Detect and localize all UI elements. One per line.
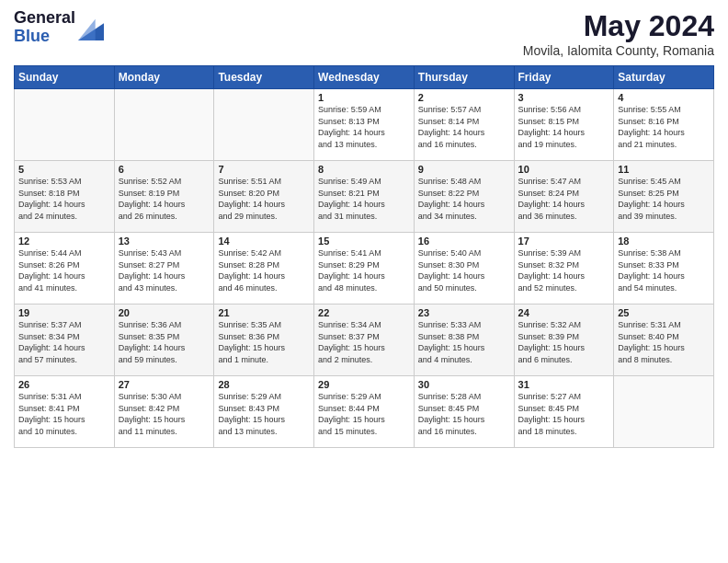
- day-info-0-5: Sunrise: 5:56 AM Sunset: 8:15 PM Dayligh…: [518, 104, 610, 150]
- day-info-4-4: Sunrise: 5:28 AM Sunset: 8:45 PM Dayligh…: [418, 391, 510, 437]
- cell-0-1: [114, 89, 214, 161]
- day-number-1-3: 8: [318, 164, 410, 175]
- cell-2-5: 17Sunrise: 5:39 AM Sunset: 8:32 PM Dayli…: [514, 233, 614, 304]
- cell-3-1: 20Sunrise: 5:36 AM Sunset: 8:35 PM Dayli…: [114, 304, 214, 376]
- header-sunday: Sunday: [15, 66, 115, 89]
- day-info-3-0: Sunrise: 5:37 AM Sunset: 8:34 PM Dayligh…: [18, 319, 110, 365]
- day-info-2-2: Sunrise: 5:42 AM Sunset: 8:28 PM Dayligh…: [218, 247, 310, 293]
- day-info-3-2: Sunrise: 5:35 AM Sunset: 8:36 PM Dayligh…: [218, 319, 310, 365]
- day-info-2-3: Sunrise: 5:41 AM Sunset: 8:29 PM Dayligh…: [318, 247, 410, 293]
- cell-3-5: 24Sunrise: 5:32 AM Sunset: 8:39 PM Dayli…: [514, 304, 614, 376]
- cell-2-2: 14Sunrise: 5:42 AM Sunset: 8:28 PM Dayli…: [214, 233, 314, 304]
- day-number-2-1: 13: [119, 236, 210, 247]
- day-info-3-1: Sunrise: 5:36 AM Sunset: 8:35 PM Dayligh…: [119, 319, 210, 365]
- day-info-2-0: Sunrise: 5:44 AM Sunset: 8:26 PM Dayligh…: [18, 247, 110, 293]
- day-number-0-6: 4: [618, 92, 710, 103]
- day-number-0-3: 1: [318, 92, 410, 103]
- day-number-4-0: 26: [18, 379, 110, 390]
- day-info-2-6: Sunrise: 5:38 AM Sunset: 8:33 PM Dayligh…: [618, 247, 710, 293]
- day-info-1-1: Sunrise: 5:52 AM Sunset: 8:19 PM Dayligh…: [119, 176, 210, 222]
- day-info-1-0: Sunrise: 5:53 AM Sunset: 8:18 PM Dayligh…: [18, 176, 110, 222]
- day-number-3-0: 19: [18, 307, 110, 318]
- cell-0-5: 3Sunrise: 5:56 AM Sunset: 8:15 PM Daylig…: [514, 89, 614, 161]
- header-monday: Monday: [114, 66, 214, 89]
- day-number-4-1: 27: [119, 379, 210, 390]
- cell-4-3: 29Sunrise: 5:29 AM Sunset: 8:44 PM Dayli…: [314, 376, 415, 448]
- day-info-1-5: Sunrise: 5:47 AM Sunset: 8:24 PM Dayligh…: [518, 176, 610, 222]
- cell-0-3: 1Sunrise: 5:59 AM Sunset: 8:13 PM Daylig…: [314, 89, 415, 161]
- day-info-0-6: Sunrise: 5:55 AM Sunset: 8:16 PM Dayligh…: [618, 104, 710, 150]
- day-number-1-0: 5: [18, 164, 110, 175]
- day-number-3-1: 20: [119, 307, 210, 318]
- day-info-4-2: Sunrise: 5:29 AM Sunset: 8:43 PM Dayligh…: [218, 391, 310, 437]
- day-number-4-3: 29: [318, 379, 410, 390]
- week-row-2: 12Sunrise: 5:44 AM Sunset: 8:26 PM Dayli…: [15, 233, 714, 304]
- cell-1-5: 10Sunrise: 5:47 AM Sunset: 8:24 PM Dayli…: [514, 161, 614, 233]
- day-number-4-2: 28: [218, 379, 310, 390]
- cell-1-3: 8Sunrise: 5:49 AM Sunset: 8:21 PM Daylig…: [314, 161, 415, 233]
- cell-4-5: 31Sunrise: 5:27 AM Sunset: 8:45 PM Dayli…: [514, 376, 614, 448]
- day-info-2-1: Sunrise: 5:43 AM Sunset: 8:27 PM Dayligh…: [119, 247, 210, 293]
- day-number-4-4: 30: [418, 379, 510, 390]
- day-number-4-5: 31: [518, 379, 610, 390]
- location: Movila, Ialomita County, Romania: [523, 43, 714, 58]
- day-info-0-4: Sunrise: 5:57 AM Sunset: 8:14 PM Dayligh…: [418, 104, 510, 150]
- cell-4-0: 26Sunrise: 5:31 AM Sunset: 8:41 PM Dayli…: [15, 376, 115, 448]
- svg-marker-1: [78, 18, 96, 40]
- cell-0-0: [15, 89, 115, 161]
- cell-1-0: 5Sunrise: 5:53 AM Sunset: 8:18 PM Daylig…: [15, 161, 115, 233]
- cell-1-2: 7Sunrise: 5:51 AM Sunset: 8:20 PM Daylig…: [214, 161, 314, 233]
- logo-icon: [78, 15, 104, 40]
- month-year: May 2024: [523, 9, 714, 43]
- day-info-2-5: Sunrise: 5:39 AM Sunset: 8:32 PM Dayligh…: [518, 247, 610, 293]
- week-row-3: 19Sunrise: 5:37 AM Sunset: 8:34 PM Dayli…: [15, 304, 714, 376]
- day-number-2-2: 14: [218, 236, 310, 247]
- day-number-2-3: 15: [318, 236, 410, 247]
- day-number-1-5: 10: [518, 164, 610, 175]
- day-info-3-5: Sunrise: 5:32 AM Sunset: 8:39 PM Dayligh…: [518, 319, 610, 365]
- day-info-1-2: Sunrise: 5:51 AM Sunset: 8:20 PM Dayligh…: [218, 176, 310, 222]
- cell-2-6: 18Sunrise: 5:38 AM Sunset: 8:33 PM Dayli…: [614, 233, 714, 304]
- week-row-1: 5Sunrise: 5:53 AM Sunset: 8:18 PM Daylig…: [15, 161, 714, 233]
- cell-0-4: 2Sunrise: 5:57 AM Sunset: 8:14 PM Daylig…: [414, 89, 514, 161]
- cell-2-3: 15Sunrise: 5:41 AM Sunset: 8:29 PM Dayli…: [314, 233, 415, 304]
- cell-2-1: 13Sunrise: 5:43 AM Sunset: 8:27 PM Dayli…: [114, 233, 214, 304]
- cell-1-6: 11Sunrise: 5:45 AM Sunset: 8:25 PM Dayli…: [614, 161, 714, 233]
- day-number-2-4: 16: [418, 236, 510, 247]
- calendar-table: Sunday Monday Tuesday Wednesday Thursday…: [14, 65, 714, 448]
- cell-4-4: 30Sunrise: 5:28 AM Sunset: 8:45 PM Dayli…: [414, 376, 514, 448]
- weekday-header-row: Sunday Monday Tuesday Wednesday Thursday…: [15, 66, 714, 89]
- cell-3-2: 21Sunrise: 5:35 AM Sunset: 8:36 PM Dayli…: [214, 304, 314, 376]
- day-number-1-4: 9: [418, 164, 510, 175]
- day-number-1-2: 7: [218, 164, 310, 175]
- cell-0-6: 4Sunrise: 5:55 AM Sunset: 8:16 PM Daylig…: [614, 89, 714, 161]
- cell-3-0: 19Sunrise: 5:37 AM Sunset: 8:34 PM Dayli…: [15, 304, 115, 376]
- header-friday: Friday: [514, 66, 614, 89]
- header-thursday: Thursday: [414, 66, 514, 89]
- day-number-1-1: 6: [119, 164, 210, 175]
- day-info-1-4: Sunrise: 5:48 AM Sunset: 8:22 PM Dayligh…: [418, 176, 510, 222]
- cell-4-6: [614, 376, 714, 448]
- day-info-4-0: Sunrise: 5:31 AM Sunset: 8:41 PM Dayligh…: [18, 391, 110, 437]
- week-row-4: 26Sunrise: 5:31 AM Sunset: 8:41 PM Dayli…: [15, 376, 714, 448]
- cell-3-4: 23Sunrise: 5:33 AM Sunset: 8:38 PM Dayli…: [414, 304, 514, 376]
- cell-1-1: 6Sunrise: 5:52 AM Sunset: 8:19 PM Daylig…: [114, 161, 214, 233]
- day-info-1-3: Sunrise: 5:49 AM Sunset: 8:21 PM Dayligh…: [318, 176, 410, 222]
- day-number-0-4: 2: [418, 92, 510, 103]
- day-info-4-3: Sunrise: 5:29 AM Sunset: 8:44 PM Dayligh…: [318, 391, 410, 437]
- week-row-0: 1Sunrise: 5:59 AM Sunset: 8:13 PM Daylig…: [15, 89, 714, 161]
- day-number-3-4: 23: [418, 307, 510, 318]
- day-info-2-4: Sunrise: 5:40 AM Sunset: 8:30 PM Dayligh…: [418, 247, 510, 293]
- header-tuesday: Tuesday: [214, 66, 314, 89]
- day-number-3-3: 22: [318, 307, 410, 318]
- cell-0-2: [214, 89, 314, 161]
- cell-3-6: 25Sunrise: 5:31 AM Sunset: 8:40 PM Dayli…: [614, 304, 714, 376]
- header-wednesday: Wednesday: [314, 66, 415, 89]
- day-number-0-5: 3: [518, 92, 610, 103]
- page: General Blue May 2024 Movila, Ialomita C…: [0, 0, 728, 563]
- day-number-3-2: 21: [218, 307, 310, 318]
- cell-1-4: 9Sunrise: 5:48 AM Sunset: 8:22 PM Daylig…: [414, 161, 514, 233]
- logo: General Blue: [14, 9, 104, 46]
- day-info-3-6: Sunrise: 5:31 AM Sunset: 8:40 PM Dayligh…: [618, 319, 710, 365]
- day-info-3-3: Sunrise: 5:34 AM Sunset: 8:37 PM Dayligh…: [318, 319, 410, 365]
